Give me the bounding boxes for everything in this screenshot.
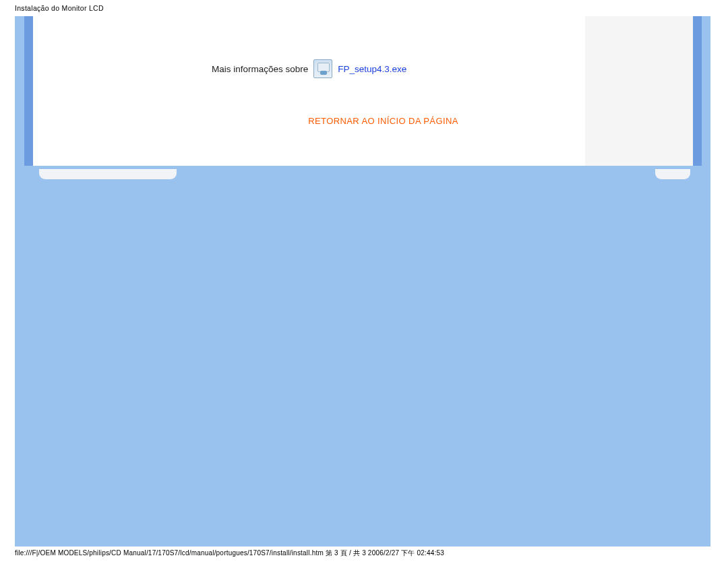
page-title: Instalação do Monitor LCD <box>15 4 104 12</box>
bottom-cap-left <box>39 169 177 179</box>
back-to-top-link[interactable]: RETORNAR AO INÍCIO DA PÁGINA <box>181 116 585 126</box>
footer-filepath: file:///F|/OEM MODELS/philips/CD Manual/… <box>15 549 444 558</box>
info-prefix-text: Mais informações sobre <box>212 64 308 74</box>
main-panel: Mais informações sobre FP_setup4.3.exe R… <box>181 16 585 166</box>
left-rail <box>24 16 33 166</box>
exe-file-link[interactable]: FP_setup4.3.exe <box>338 64 406 74</box>
bottom-cap-right <box>655 169 690 179</box>
right-rail <box>693 16 702 166</box>
sidebar-panel <box>33 16 181 166</box>
exe-file-icon <box>313 59 332 78</box>
info-line: Mais informações sobre FP_setup4.3.exe <box>212 59 406 78</box>
right-panel <box>585 16 693 166</box>
